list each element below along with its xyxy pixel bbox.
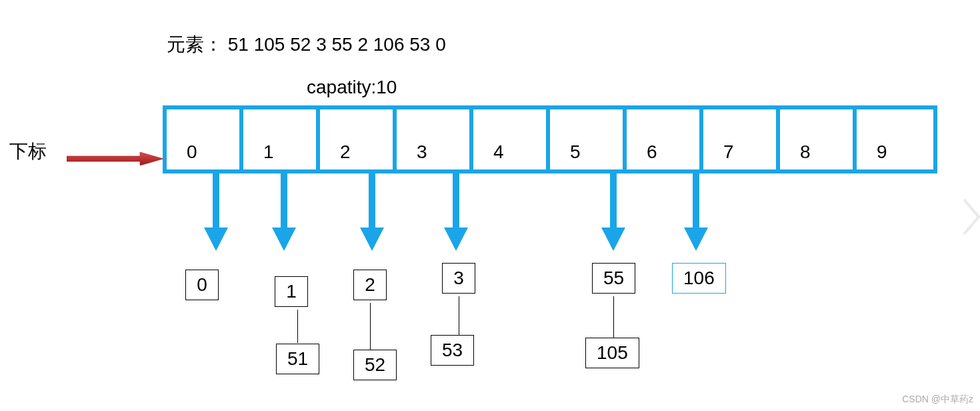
bucket-array: 0 1 2 3 4 5 6 7 8 9	[163, 105, 937, 173]
link-line	[370, 303, 371, 350]
bucket-index: 0	[187, 141, 197, 163]
svg-marker-4	[444, 171, 468, 251]
node-box: 106	[672, 263, 726, 294]
bucket-3: 3	[397, 109, 473, 169]
bucket-4: 4	[473, 109, 550, 169]
bucket-7: 7	[703, 109, 780, 169]
svg-marker-2	[272, 171, 296, 251]
index-arrow-icon	[67, 152, 163, 165]
index-label: 下标	[9, 139, 47, 164]
chevron-right-icon[interactable]	[961, 197, 980, 237]
bucket-9: 9	[857, 109, 933, 169]
link-line	[297, 310, 298, 343]
down-arrow-icon	[444, 171, 468, 251]
bucket-index: 8	[800, 141, 811, 163]
link-line	[613, 296, 614, 338]
elements-values: 51 105 52 3 55 2 106 53 0	[228, 34, 446, 55]
down-arrow-icon	[204, 171, 228, 251]
link-line	[459, 296, 459, 335]
node-box: 1	[275, 276, 308, 307]
bucket-index: 3	[417, 141, 427, 163]
node-box: 2	[353, 270, 387, 300]
bucket-5: 5	[550, 109, 627, 169]
node-box: 51	[276, 344, 319, 374]
node-box: 3	[442, 263, 475, 294]
down-arrow-icon	[360, 171, 384, 251]
elements-prefix: 元素：	[167, 34, 223, 55]
down-arrow-icon	[601, 171, 625, 251]
svg-marker-1	[204, 171, 228, 251]
bucket-index: 2	[340, 141, 351, 163]
node-box: 105	[585, 338, 639, 368]
svg-marker-0	[67, 152, 163, 165]
bucket-1: 1	[243, 109, 320, 169]
node-box: 0	[185, 270, 219, 300]
capacity-label: capatity:10	[307, 77, 397, 98]
bucket-index: 6	[647, 141, 657, 163]
svg-marker-5	[601, 171, 625, 251]
bucket-index: 7	[723, 141, 734, 163]
svg-marker-6	[684, 171, 708, 251]
elements-label: 元素： 51 105 52 3 55 2 106 53 0	[167, 32, 446, 57]
bucket-index: 9	[877, 141, 887, 163]
bucket-2: 2	[320, 109, 397, 169]
bucket-index: 4	[493, 141, 504, 163]
bucket-index: 5	[570, 141, 581, 163]
down-arrow-icon	[272, 171, 296, 251]
node-box: 55	[592, 263, 635, 294]
watermark: CSDN @中草药z	[902, 394, 973, 406]
node-box: 53	[431, 335, 474, 366]
svg-marker-3	[360, 171, 384, 251]
bucket-0: 0	[167, 109, 243, 169]
bucket-index: 1	[263, 141, 274, 163]
node-box: 52	[353, 350, 397, 380]
bucket-8: 8	[780, 109, 857, 169]
down-arrow-icon	[684, 171, 708, 251]
bucket-6: 6	[627, 109, 703, 169]
